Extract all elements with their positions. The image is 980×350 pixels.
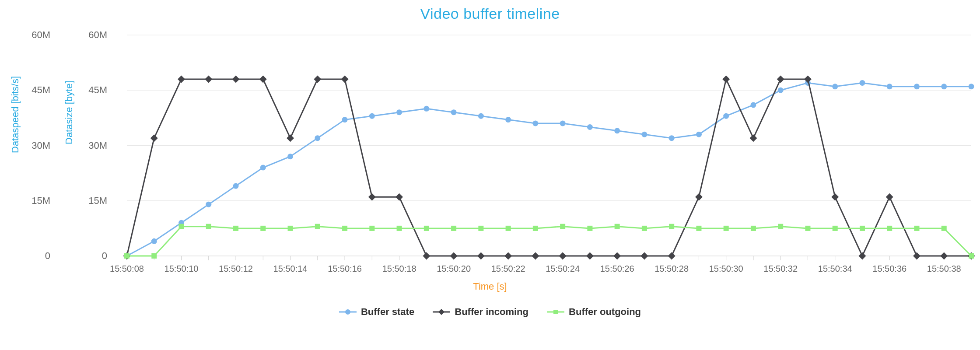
svg-point-54 (587, 124, 593, 130)
svg-rect-105 (233, 226, 238, 231)
diamond-marker-icon (433, 308, 450, 315)
svg-rect-76 (314, 76, 321, 83)
svg-rect-98 (913, 252, 920, 260)
legend-item-buffer-outgoing[interactable]: Buffer outgoing (547, 306, 641, 318)
svg-rect-113 (451, 226, 456, 231)
svg-point-48 (424, 106, 429, 112)
x-tick-label: 15:50:38 (927, 264, 961, 274)
svg-rect-114 (478, 226, 483, 231)
svg-rect-75 (287, 134, 294, 142)
x-axis-label: Time [s] (0, 281, 980, 292)
svg-point-43 (287, 154, 293, 159)
svg-rect-74 (259, 76, 267, 83)
svg-rect-97 (886, 193, 893, 201)
svg-rect-124 (751, 226, 756, 231)
svg-rect-109 (342, 226, 347, 231)
y-tick-label: 45M (24, 84, 50, 96)
chart-plot-area (0, 0, 980, 350)
svg-point-60 (750, 102, 756, 108)
svg-point-53 (560, 121, 566, 126)
svg-rect-84 (532, 252, 539, 260)
svg-point-41 (233, 183, 239, 189)
svg-rect-70 (150, 134, 158, 142)
svg-rect-103 (179, 224, 184, 229)
svg-point-56 (641, 132, 647, 137)
y-tick-label: 0 (81, 250, 107, 262)
svg-rect-104 (206, 224, 211, 229)
chart-title: Video buffer timeline (0, 5, 980, 22)
y-tick-label: 60M (81, 29, 107, 41)
svg-rect-111 (397, 226, 402, 231)
x-tick-label: 15:50:22 (491, 264, 525, 274)
svg-point-66 (914, 84, 920, 89)
svg-rect-106 (260, 226, 266, 231)
svg-rect-130 (914, 226, 919, 231)
svg-rect-82 (477, 252, 485, 260)
svg-rect-119 (615, 224, 620, 229)
svg-rect-89 (668, 252, 676, 260)
svg-rect-117 (560, 224, 565, 229)
y-axis-label-primary: Dataspeed [bits/s] (10, 76, 21, 153)
svg-point-57 (669, 135, 675, 141)
svg-rect-136 (438, 309, 444, 315)
y-tick-label: 15M (81, 195, 107, 206)
svg-rect-92 (749, 134, 757, 142)
x-tick-label: 15:50:32 (763, 264, 798, 274)
x-tick-label: 15:50:08 (110, 264, 144, 274)
svg-point-50 (478, 113, 484, 119)
svg-rect-110 (369, 226, 374, 231)
svg-point-51 (505, 117, 511, 122)
svg-rect-78 (368, 193, 376, 201)
svg-rect-122 (696, 226, 701, 231)
svg-point-45 (342, 117, 348, 122)
svg-rect-138 (553, 310, 558, 314)
x-tick-label: 15:50:16 (328, 264, 362, 274)
chart-legend: Buffer state Buffer incoming Buffer outg… (0, 306, 980, 318)
svg-rect-101 (124, 253, 130, 259)
svg-rect-112 (424, 226, 429, 231)
svg-rect-80 (423, 252, 430, 260)
svg-rect-88 (640, 252, 648, 260)
x-tick-label: 15:50:14 (273, 264, 308, 274)
svg-rect-115 (506, 226, 511, 231)
svg-point-40 (206, 202, 211, 207)
svg-point-58 (696, 132, 702, 137)
legend-item-buffer-state[interactable]: Buffer state (339, 306, 414, 318)
svg-rect-91 (722, 76, 730, 83)
svg-point-67 (941, 84, 947, 89)
y-tick-label: 45M (81, 84, 107, 96)
svg-rect-118 (587, 226, 592, 231)
y-tick-label: 15M (24, 195, 50, 206)
y-tick-label: 30M (24, 140, 50, 151)
legend-item-buffer-incoming[interactable]: Buffer incoming (433, 306, 528, 318)
svg-rect-71 (178, 76, 185, 83)
svg-rect-126 (805, 226, 810, 231)
svg-rect-127 (833, 226, 838, 231)
svg-rect-116 (533, 226, 538, 231)
svg-rect-83 (504, 252, 512, 260)
legend-label: Buffer outgoing (569, 306, 641, 318)
svg-rect-121 (669, 224, 674, 229)
svg-rect-93 (777, 76, 784, 83)
svg-rect-95 (831, 193, 839, 201)
svg-rect-90 (695, 193, 703, 201)
svg-point-134 (345, 309, 350, 315)
svg-rect-85 (559, 252, 567, 260)
y-tick-label: 60M (24, 29, 50, 41)
svg-point-44 (315, 135, 320, 141)
x-tick-label: 15:50:34 (818, 264, 852, 274)
square-marker-icon (547, 308, 564, 315)
svg-rect-123 (724, 226, 729, 231)
svg-point-49 (451, 109, 457, 115)
svg-point-61 (778, 88, 784, 93)
circle-marker-icon (339, 308, 357, 315)
svg-rect-120 (642, 226, 647, 231)
svg-point-42 (260, 165, 266, 171)
svg-point-68 (969, 84, 974, 89)
svg-rect-99 (940, 252, 948, 260)
svg-point-63 (832, 84, 838, 89)
svg-point-65 (887, 84, 892, 89)
svg-rect-131 (942, 226, 947, 231)
svg-point-64 (859, 80, 865, 86)
y-tick-label: 30M (81, 140, 107, 151)
